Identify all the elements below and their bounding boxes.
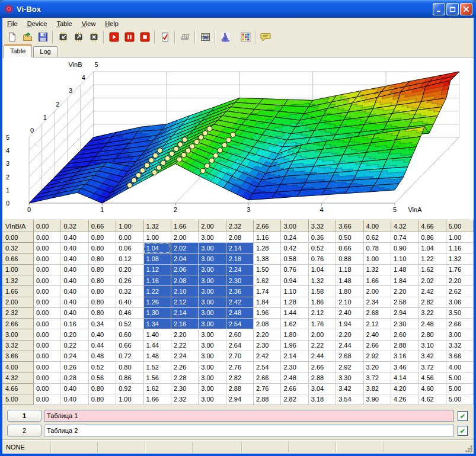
cell[interactable]: 2.08: [254, 319, 281, 329]
cell[interactable]: 0.86: [116, 372, 143, 383]
col-header[interactable]: 0.00: [34, 220, 61, 232]
col-header[interactable]: 3.00: [281, 220, 308, 232]
cell[interactable]: 0.58: [281, 253, 308, 264]
cell[interactable]: 3.18: [308, 394, 336, 404]
cell[interactable]: 2.54: [254, 362, 281, 372]
cell[interactable]: 0.80: [88, 264, 116, 275]
cell[interactable]: 0.52: [88, 362, 116, 372]
col-header[interactable]: 5.00: [446, 220, 473, 232]
cell[interactable]: 3.00: [199, 253, 226, 264]
cell[interactable]: 0.80: [88, 307, 116, 318]
cell[interactable]: 3.00: [199, 286, 226, 297]
cell[interactable]: 2.70: [226, 351, 253, 361]
cell[interactable]: 0.94: [281, 275, 308, 286]
table1-name-input[interactable]: [44, 410, 454, 422]
cell[interactable]: 0.40: [61, 307, 88, 318]
cell[interactable]: 0.40: [61, 394, 88, 404]
cell[interactable]: 0.26: [116, 275, 143, 286]
cell[interactable]: 1.76: [446, 264, 473, 275]
menu-table[interactable]: Table: [52, 19, 76, 28]
cell[interactable]: 4.60: [419, 383, 446, 394]
cell[interactable]: 1.10: [281, 286, 308, 297]
cell[interactable]: 0.40: [61, 253, 88, 264]
col-header[interactable]: 4.32: [391, 220, 418, 232]
cell[interactable]: 0.00: [116, 232, 143, 243]
row-header[interactable]: 0.66: [3, 253, 34, 264]
corner-header[interactable]: VInB/A: [3, 220, 34, 232]
cell[interactable]: 4.56: [419, 372, 446, 383]
cell[interactable]: 2.20: [446, 275, 473, 286]
cell[interactable]: 0.00: [34, 340, 61, 351]
cell[interactable]: 2.64: [226, 340, 253, 351]
cell[interactable]: 0.40: [61, 383, 88, 394]
cell[interactable]: 3.20: [363, 362, 391, 372]
cell[interactable]: 3.00: [199, 243, 226, 253]
cell[interactable]: 0.46: [116, 307, 143, 318]
comment-button[interactable]: [258, 30, 273, 44]
table1-enabled-checkbox[interactable]: ✔: [458, 411, 468, 421]
cell[interactable]: 2.10: [336, 297, 363, 307]
cell[interactable]: 2.26: [171, 362, 198, 372]
cell[interactable]: 1.80: [281, 329, 308, 340]
cell[interactable]: 1.16: [254, 232, 281, 243]
cell[interactable]: 3.00: [199, 351, 226, 361]
cell[interactable]: 0.00: [34, 319, 61, 329]
histogram-button[interactable]: [218, 30, 233, 44]
cell[interactable]: 1.00: [143, 232, 171, 243]
cell[interactable]: 2.68: [336, 351, 363, 361]
cell[interactable]: 3.42: [336, 383, 363, 394]
cell[interactable]: 0.80: [88, 286, 116, 297]
cell[interactable]: 2.14: [281, 351, 308, 361]
cell[interactable]: 2.66: [446, 319, 473, 329]
cell[interactable]: 0.20: [116, 264, 143, 275]
cell[interactable]: 2.76: [254, 383, 281, 394]
cell[interactable]: 0.20: [61, 329, 88, 340]
cell[interactable]: 1.04: [419, 243, 446, 253]
cell[interactable]: 2.66: [281, 383, 308, 394]
cell[interactable]: 2.32: [171, 394, 198, 404]
cell[interactable]: 0.00: [34, 329, 61, 340]
col-header[interactable]: 1.32: [143, 220, 171, 232]
cell[interactable]: 0.76: [308, 253, 336, 264]
cell[interactable]: 1.96: [281, 340, 308, 351]
cell[interactable]: 2.82: [281, 394, 308, 404]
cell[interactable]: 1.32: [363, 264, 391, 275]
cell[interactable]: 0.80: [88, 243, 116, 253]
cell[interactable]: 1.62: [281, 319, 308, 329]
cell[interactable]: 2.10: [171, 286, 198, 297]
cell[interactable]: 2.88: [254, 394, 281, 404]
cell[interactable]: 2.20: [391, 286, 418, 297]
cell[interactable]: 0.00: [34, 362, 61, 372]
cell[interactable]: 0.48: [88, 351, 116, 361]
cell[interactable]: 3.00: [199, 362, 226, 372]
row-header[interactable]: 0.00: [3, 232, 34, 243]
cell[interactable]: 2.22: [308, 340, 336, 351]
cell[interactable]: 1.50: [254, 264, 281, 275]
cell[interactable]: 3.00: [199, 372, 226, 383]
maximize-button[interactable]: [446, 3, 459, 15]
cell[interactable]: 2.00: [363, 286, 391, 297]
row-header[interactable]: 2.00: [3, 297, 34, 307]
cell[interactable]: 0.80: [88, 275, 116, 286]
cell[interactable]: 3.10: [419, 340, 446, 351]
cell[interactable]: 0.50: [336, 232, 363, 243]
row-header[interactable]: 0.32: [3, 243, 34, 253]
menu-help[interactable]: Help: [100, 19, 123, 28]
cell[interactable]: 2.14: [226, 243, 253, 253]
cell[interactable]: 5.00: [446, 394, 473, 404]
cell[interactable]: 1.96: [254, 307, 281, 318]
cell[interactable]: 3.72: [363, 372, 391, 383]
table-view-button[interactable]: [197, 30, 213, 44]
cell[interactable]: 3.00: [199, 264, 226, 275]
cell[interactable]: 2.66: [254, 372, 281, 383]
row-header[interactable]: 1.66: [3, 286, 34, 297]
col-header[interactable]: 0.32: [61, 220, 88, 232]
cell[interactable]: 1.00: [116, 394, 143, 404]
cell[interactable]: 4.00: [446, 362, 473, 372]
cell[interactable]: 0.00: [34, 383, 61, 394]
cell[interactable]: 1.34: [143, 319, 171, 329]
cell[interactable]: 0.66: [336, 243, 363, 253]
cell[interactable]: 0.00: [34, 394, 61, 404]
col-header[interactable]: 2.32: [226, 220, 253, 232]
cell[interactable]: 2.88: [308, 372, 336, 383]
